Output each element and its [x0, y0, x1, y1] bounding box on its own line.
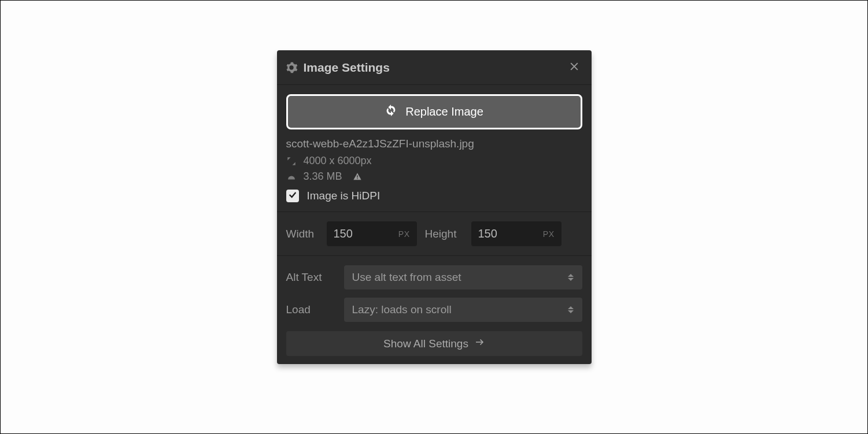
updown-icon [567, 306, 574, 313]
gauge-icon [286, 172, 297, 182]
file-dimensions-row: 4000 x 6000px [286, 155, 582, 167]
close-icon [568, 61, 580, 74]
load-select[interactable]: Lazy: loads on scroll [344, 298, 582, 322]
height-field[interactable]: PX [471, 221, 562, 246]
height-unit: PX [543, 229, 555, 239]
updown-icon [567, 274, 574, 281]
refresh-icon [385, 104, 397, 120]
dimensions-section: Width PX Height PX [277, 212, 592, 256]
file-section: Replace Image scott-webb-eA2z1JSzZFI-uns… [277, 85, 592, 212]
check-icon [288, 190, 297, 202]
width-input[interactable] [334, 227, 394, 240]
svg-rect-1 [357, 178, 357, 179]
load-value: Lazy: loads on scroll [352, 303, 452, 316]
close-button[interactable] [566, 58, 582, 76]
load-label: Load [286, 303, 336, 316]
arrow-right-icon [474, 337, 485, 350]
gear-icon [285, 61, 298, 74]
width-unit: PX [398, 229, 410, 239]
hidpi-label: Image is HiDPI [307, 190, 381, 202]
width-label: Width [286, 228, 319, 240]
hidpi-checkbox[interactable] [286, 190, 299, 202]
hidpi-row: Image is HiDPI [286, 190, 582, 202]
file-name: scott-webb-eA2z1JSzZFI-unsplash.jpg [286, 138, 582, 150]
warning-icon [353, 172, 362, 181]
show-all-label: Show All Settings [383, 337, 468, 350]
alt-text-select[interactable]: Use alt text from asset [344, 265, 582, 290]
image-settings-panel: Image Settings Replace Image scott-webb-… [277, 50, 592, 364]
alt-text-row: Alt Text Use alt text from asset [286, 265, 582, 290]
panel-title: Image Settings [304, 61, 566, 75]
dimensions-row: Width PX Height PX [286, 221, 582, 246]
height-input[interactable] [478, 227, 538, 240]
file-size-row: 3.36 MB [286, 170, 582, 183]
dimensions-icon [286, 156, 297, 166]
width-field[interactable]: PX [327, 221, 417, 246]
options-section: Alt Text Use alt text from asset Load La… [277, 256, 592, 364]
show-all-settings-button[interactable]: Show All Settings [286, 331, 582, 356]
file-size: 3.36 MB [304, 170, 342, 183]
file-dimensions: 4000 x 6000px [304, 155, 372, 167]
panel-header: Image Settings [277, 50, 592, 85]
alt-text-label: Alt Text [286, 271, 336, 284]
replace-image-label: Replace Image [405, 105, 483, 118]
replace-image-button[interactable]: Replace Image [286, 94, 582, 129]
svg-rect-0 [357, 175, 357, 177]
alt-text-value: Use alt text from asset [352, 271, 461, 284]
height-label: Height [425, 228, 463, 240]
load-row: Load Lazy: loads on scroll [286, 298, 582, 322]
